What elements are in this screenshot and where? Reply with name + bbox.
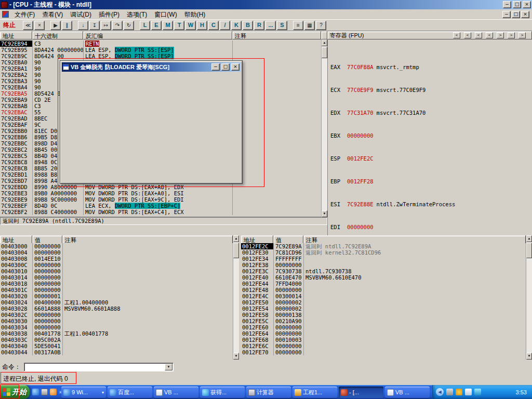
volume-tray-icon[interactable] xyxy=(465,389,472,395)
taskbar-clock[interactable]: 3:53 xyxy=(516,389,527,395)
toolbar-letter-button[interactable]: S xyxy=(277,21,287,30)
toolbar-letter-button[interactable]: K xyxy=(231,21,242,30)
menu-item[interactable]: 选项(T) xyxy=(123,10,151,19)
start-button[interactable]: 开始 xyxy=(0,385,30,399)
dump-row[interactable]: 00403034 00000000 xyxy=(0,324,233,330)
scroll-down-button[interactable]: ▼ xyxy=(322,210,327,217)
close-program-button[interactable]: × xyxy=(34,21,45,30)
dump-row[interactable]: 0040300C 00000000 xyxy=(0,262,233,268)
pause-button[interactable]: ∥ xyxy=(62,21,72,30)
taskbar-button[interactable]: 获得... xyxy=(200,387,245,398)
stack-row[interactable]: 0012FE5C 00210A90 xyxy=(241,318,526,324)
register-line[interactable]: ESP0012FE2C xyxy=(330,156,532,162)
dump-row[interactable]: 00403014 00000000 xyxy=(0,274,233,281)
mdi-minimize-button[interactable]: − xyxy=(502,11,511,18)
network-tray-icon[interactable] xyxy=(474,389,481,395)
reg-nav-button[interactable]: < xyxy=(486,32,493,38)
hidden-icons-chevron[interactable]: ◀ xyxy=(436,388,444,396)
reg-nav-button[interactable]: > xyxy=(508,32,515,38)
dump-row[interactable]: 00403004 00000000 xyxy=(0,249,233,256)
stack-row[interactable]: 0012FE50 00000002 xyxy=(241,299,526,305)
taskbar-button[interactable]: 9 Wi... ▾ xyxy=(61,387,106,398)
register-line[interactable]: EAX77C0F88Amsvcrt._rmtmp xyxy=(330,64,532,70)
dump-row[interactable]: 00403000 00000000 xyxy=(0,243,233,249)
dialog-minimize-button[interactable]: − xyxy=(211,63,220,71)
toolbar-letter-button[interactable]: C xyxy=(208,21,219,30)
restore-button[interactable]: □ xyxy=(513,1,521,8)
dump-row[interactable]: 00403020 00000001 xyxy=(0,293,233,299)
restart-button[interactable]: ≪ xyxy=(23,21,33,30)
taskbar-button[interactable]: 百度... xyxy=(108,387,152,398)
stack-row[interactable]: 0012FE40 6610E470 MSVBVM60.6610E470 xyxy=(241,274,526,281)
stack-header-comment[interactable]: 注释 xyxy=(303,235,526,244)
refresh-button[interactable]: ↻ xyxy=(124,21,134,30)
dump-row[interactable]: 0040302C 00000000 xyxy=(0,312,233,318)
dump-row[interactable]: 00403018 00000000 xyxy=(0,281,233,287)
column-header-disasm[interactable]: 反汇编 xyxy=(83,31,232,39)
scroll-up-button[interactable]: ▲ xyxy=(526,235,532,242)
dump-row[interactable]: 0040301C 00000000 xyxy=(0,287,233,293)
register-line[interactable]: ECX77C0E9F9msvcrt.77C0E9F9 xyxy=(330,87,532,93)
cpu-window-icon[interactable] xyxy=(2,11,9,18)
reg-nav-button[interactable]: < xyxy=(475,32,482,38)
register-line[interactable]: EDI00000000 xyxy=(330,224,532,230)
printer-tray-icon[interactable] xyxy=(446,389,453,395)
disasm-row[interactable]: 7C92EB9C 8D6424 00 LEA ESP, DWORD PTR SS… xyxy=(0,53,321,59)
registers-header[interactable]: 寄存器 (FPU) <<<<>>> xyxy=(327,31,532,39)
stack-row[interactable]: 0012FE4C 00300014 xyxy=(241,293,526,299)
command-input[interactable]: ▼ xyxy=(24,363,174,371)
stack-row[interactable]: 0012FE48 00000000 xyxy=(241,287,526,293)
stack-row[interactable]: 0012FE6C 00000000 xyxy=(241,343,526,349)
dump-header-address[interactable]: 地址 xyxy=(0,235,32,244)
taskbar-button[interactable]: VB ... xyxy=(385,387,430,398)
security-tray-icon[interactable] xyxy=(456,389,462,395)
toolbar-letter-button[interactable]: R xyxy=(254,21,264,30)
taskbar-button[interactable]: VB ... xyxy=(154,387,198,398)
show-desktop-icon[interactable] xyxy=(41,389,48,395)
toolbar-letter-button[interactable]: B xyxy=(243,21,253,30)
step-into-button[interactable]: ↓ xyxy=(78,21,88,30)
column-header-comment[interactable]: 注释 xyxy=(232,31,321,39)
register-line[interactable]: EBP0012FF28 xyxy=(330,179,532,184)
taskbar-button[interactable]: - [... xyxy=(339,387,383,398)
scroll-thumb[interactable] xyxy=(233,243,239,258)
dialog-maximize-button[interactable]: □ xyxy=(221,63,230,71)
disasm-scrollbar[interactable]: ▲ ▼ xyxy=(321,39,327,217)
stack-row[interactable]: 0012FE44 7FFD4000 xyxy=(241,281,526,287)
stack-scrollbar[interactable]: ▲ ▼ xyxy=(526,235,532,360)
toolbar-letter-button[interactable]: M xyxy=(163,21,173,30)
dump-row[interactable]: 00403024 00400000 工程1.00400000 xyxy=(0,299,233,305)
scroll-thumb[interactable] xyxy=(526,243,532,258)
dialog-title-bar[interactable]: VB 金蝉脱壳 防LOADER 爱琴海[SCG] − □ × xyxy=(62,62,241,72)
stack-row[interactable]: 0012FE2C 7C92E89A 返回到 ntdll.7C92E89A xyxy=(241,243,526,249)
disasm-row[interactable]: 7C92EBDD 8990 A8000000 MOV DWORD PTR DS:… xyxy=(0,184,321,190)
appearance-button[interactable]: ▦ xyxy=(304,21,315,30)
taskbar-button[interactable]: 计算器 xyxy=(246,387,291,398)
vb-unpack-dialog[interactable]: VB 金蝉脱壳 防LOADER 爱琴海[SCG] − □ × xyxy=(60,60,243,184)
ie-quicklaunch-icon[interactable] xyxy=(32,389,39,395)
stack-row[interactable]: 0012FE34 FFFFFFFF xyxy=(241,256,526,262)
toolbar-letter-button[interactable]: T xyxy=(174,21,184,30)
execute-till-return-button[interactable]: ↦ xyxy=(101,21,111,30)
register-line[interactable]: ESI7C92E88Entdll.ZwTerminateProcess xyxy=(330,202,532,207)
title-bar[interactable]: - [CPU - 主线程 - 模块 - ntdll] − □ × xyxy=(0,0,532,9)
menu-item[interactable]: 插件(P) xyxy=(95,10,123,19)
dump-header-value[interactable]: 值 xyxy=(32,235,62,244)
step-over-button[interactable]: ↧ xyxy=(89,21,100,30)
reg-nav-button[interactable]: > xyxy=(518,32,526,38)
dump-row[interactable]: 00403008 0014EE10 xyxy=(0,256,233,262)
dump-row[interactable]: 00403044 00317A0B xyxy=(0,349,233,355)
disasm-row[interactable]: 7C92EBE3 89B0 A0000000 MOV DWORD PTR DS:… xyxy=(0,190,321,196)
stack-row[interactable]: 0012FE70 00000000 xyxy=(241,349,526,355)
stack-header-address[interactable]: 地址 xyxy=(241,235,273,244)
toolbar-letter-button[interactable]: W xyxy=(185,21,196,30)
dump-row[interactable]: 00403038 00401778 工程1.00401778 xyxy=(0,330,233,337)
disasm-row[interactable]: 7C92EBF2 8988 C4000000 MOV DWORD PTR DS:… xyxy=(0,209,321,215)
options-button[interactable]: ≡ xyxy=(293,21,303,30)
menu-item[interactable]: 查看(V) xyxy=(38,10,66,19)
stack-row[interactable]: 0012FE64 00000000 xyxy=(241,330,526,337)
stack-row[interactable]: 0012FE68 00010003 xyxy=(241,337,526,343)
dump-row[interactable]: 00403040 5DE50041 xyxy=(0,343,233,349)
reg-nav-button[interactable]: < xyxy=(453,32,460,38)
disasm-row[interactable]: 7C92EBEF 8D4D 0C LEA ECX, DWORD PTR SS:[… xyxy=(0,203,321,209)
